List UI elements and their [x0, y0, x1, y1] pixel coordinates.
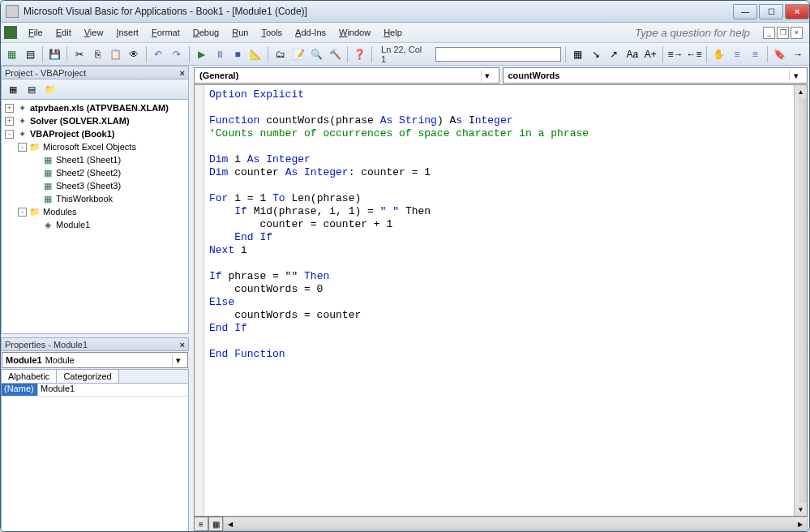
menu-debug[interactable]: Debug — [186, 25, 225, 40]
code-editor[interactable]: Option Explicit Function countWords(phra… — [194, 84, 808, 517]
find-icon[interactable]: 👁 — [126, 46, 141, 62]
menu-view[interactable]: View — [78, 25, 110, 40]
toggle-folders-icon[interactable]: 📁 — [42, 81, 58, 97]
chevron-down-icon: ▾ — [789, 71, 802, 81]
mdi-minimize-button[interactable]: _ — [763, 27, 775, 39]
tree-node[interactable]: ▦Sheet1 (Sheet1) — [2, 153, 188, 166]
sheet-icon: ▦ — [42, 193, 54, 204]
break-icon[interactable]: ⏸ — [212, 46, 227, 62]
tree-node[interactable]: +✦Solver (SOLVER.XLAM) — [2, 114, 188, 127]
edit-toolbar-icon-4[interactable]: Aa — [624, 46, 640, 62]
tree-node-label: Sheet2 (Sheet2) — [56, 168, 121, 178]
tree-node-label: atpvbaen.xls (ATPVBAEN.XLAM) — [30, 103, 169, 113]
design-mode-icon[interactable]: 📐 — [248, 46, 264, 62]
edit-toolbar-icon-3[interactable]: ↗ — [606, 46, 622, 62]
help-icon[interactable]: ❓ — [352, 46, 367, 62]
tree-node[interactable]: -📁Microsoft Excel Objects — [2, 140, 188, 153]
vertical-scrollbar[interactable]: ▲ ▼ — [794, 85, 807, 516]
object-browser-icon[interactable]: 🔍 — [309, 46, 324, 62]
edit-toolbar-icon-5[interactable]: A+ — [643, 46, 658, 62]
tree-node[interactable]: +✦atpvbaen.xls (ATPVBAEN.XLAM) — [2, 101, 188, 114]
mdi-restore-button[interactable]: ❐ — [777, 27, 789, 39]
menu-add-ins[interactable]: Add-Ins — [289, 25, 332, 40]
tree-node-label: Module1 — [56, 220, 90, 230]
menu-run[interactable]: Run — [225, 25, 255, 40]
maximize-button[interactable]: ☐ — [759, 4, 783, 19]
redo-icon[interactable]: ↷ — [169, 46, 184, 62]
view-object-icon[interactable]: ▤ — [24, 81, 40, 97]
menu-file[interactable]: File — [22, 25, 49, 40]
menu-insert[interactable]: Insert — [109, 25, 145, 40]
paste-icon[interactable]: 📋 — [108, 46, 123, 62]
view-excel-icon[interactable]: ▦ — [4, 46, 19, 62]
vba-icon: ✦ — [16, 128, 28, 139]
procedure-view-button[interactable]: ≡ — [194, 517, 208, 531]
tab-alphabetic[interactable]: Alphabetic — [2, 370, 57, 383]
mdi-close-button[interactable]: × — [791, 27, 803, 39]
menu-window[interactable]: Window — [332, 25, 377, 40]
property-value[interactable]: Module1 — [38, 384, 188, 396]
properties-object-dropdown[interactable]: Module1 Module ▾ — [2, 352, 188, 368]
mod-icon: ◈ — [42, 219, 54, 230]
help-search-input[interactable] — [628, 27, 758, 39]
scroll-up-icon[interactable]: ▲ — [795, 85, 807, 98]
menu-format[interactable]: Format — [145, 25, 186, 40]
scroll-down-icon[interactable]: ▼ — [795, 503, 807, 516]
close-button[interactable]: ✕ — [785, 4, 809, 19]
tree-expander-icon[interactable]: + — [5, 104, 14, 113]
tree-expander-icon[interactable]: + — [5, 117, 14, 126]
properties-panel-close-icon[interactable]: × — [180, 340, 185, 350]
sheet-icon: ▦ — [42, 180, 54, 191]
tree-node[interactable]: ◈Module1 — [2, 218, 188, 231]
copy-icon[interactable]: ⎘ — [90, 46, 105, 62]
project-panel-close-icon[interactable]: × — [180, 68, 185, 78]
project-explorer-icon[interactable]: 🗂 — [272, 46, 288, 62]
properties-grid[interactable]: (Name) Module1 — [1, 383, 189, 532]
menu-help[interactable]: Help — [377, 25, 409, 40]
property-key: (Name) — [2, 384, 38, 396]
chevron-down-icon: ▾ — [481, 71, 494, 81]
horizontal-scrollbar[interactable]: ◀ ▶ — [223, 517, 808, 531]
edit-toolbar-icon-1[interactable]: ▦ — [570, 46, 585, 62]
view-code-icon[interactable]: ▦ — [5, 81, 21, 97]
code-procedure-dropdown[interactable]: countWords ▾ — [503, 67, 808, 84]
project-tree[interactable]: +✦atpvbaen.xls (ATPVBAEN.XLAM)+✦Solver (… — [1, 99, 189, 334]
tree-node[interactable]: -📁Modules — [2, 205, 188, 218]
toolbar-dropdown[interactable] — [435, 47, 561, 62]
tree-node[interactable]: ▦Sheet3 (Sheet3) — [2, 179, 188, 192]
tree-expander-icon[interactable]: - — [5, 130, 14, 139]
save-icon[interactable]: 💾 — [47, 46, 62, 62]
breakpoint-icon[interactable]: ✋ — [711, 46, 726, 62]
undo-icon[interactable]: ↶ — [151, 46, 166, 62]
tree-node[interactable]: ▦ThisWorkbook — [2, 192, 188, 205]
bookmark-icon[interactable]: 🔖 — [772, 46, 787, 62]
tree-expander-icon[interactable]: - — [18, 143, 27, 152]
next-bookmark-icon[interactable]: → — [790, 46, 805, 62]
edit-toolbar-icon-2[interactable]: ↘ — [588, 46, 603, 62]
outdent-icon[interactable]: ←≡ — [686, 46, 702, 62]
uncomment-icon[interactable]: ≡ — [748, 46, 763, 62]
scroll-right-icon[interactable]: ▶ — [794, 517, 807, 530]
cut-icon[interactable]: ✂ — [71, 46, 87, 62]
comment-icon[interactable]: ≡ — [729, 46, 744, 62]
insert-icon[interactable]: ▤ — [22, 46, 37, 62]
tab-categorized[interactable]: Categorized — [57, 370, 118, 383]
scroll-left-icon[interactable]: ◀ — [224, 517, 237, 530]
tree-expander-icon — [31, 221, 40, 230]
code-object-dropdown[interactable]: (General) ▾ — [194, 67, 499, 84]
tree-expander-icon[interactable]: - — [18, 208, 27, 217]
run-icon[interactable]: ▶ — [194, 46, 209, 62]
property-row: (Name) Module1 — [2, 384, 188, 397]
tree-node-label: Sheet3 (Sheet3) — [56, 181, 121, 191]
reset-icon[interactable]: ■ — [229, 46, 245, 62]
toolbox-icon[interactable]: 🔨 — [327, 46, 342, 62]
tree-node-label: ThisWorkbook — [56, 194, 113, 204]
indent-icon[interactable]: ≡→ — [667, 46, 684, 62]
tree-node[interactable]: ▦Sheet2 (Sheet2) — [2, 166, 188, 179]
full-module-view-button[interactable]: ▦ — [208, 517, 223, 531]
properties-icon[interactable]: 📝 — [291, 46, 306, 62]
menu-edit[interactable]: Edit — [49, 25, 78, 40]
minimize-button[interactable]: — — [733, 4, 757, 19]
menu-tools[interactable]: Tools — [255, 25, 289, 40]
tree-node[interactable]: -✦VBAProject (Book1) — [2, 127, 188, 140]
